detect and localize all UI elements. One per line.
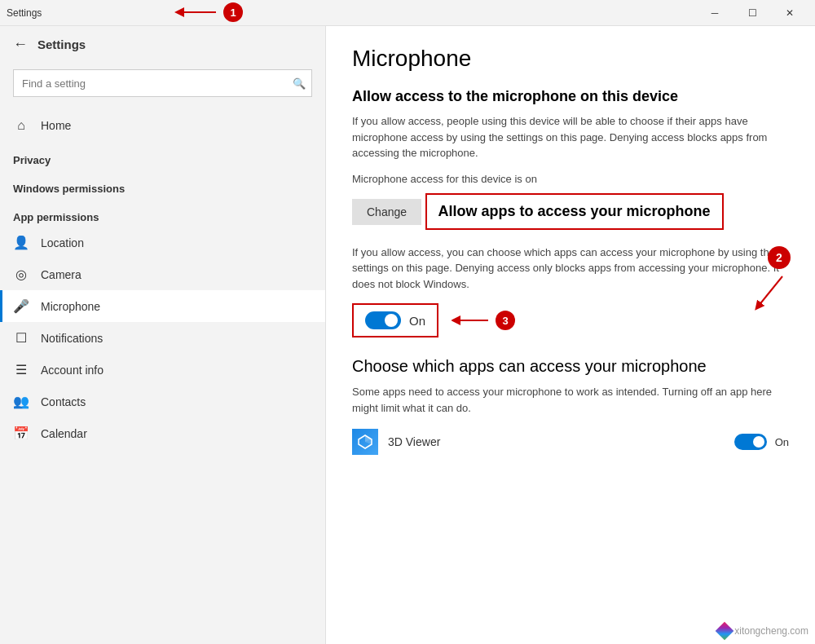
titlebar-title: Settings [7, 7, 42, 19]
minimize-button[interactable]: ─ [696, 0, 734, 26]
allow-apps-box: Allow apps to access your microphone [425, 193, 724, 230]
toggle-label: On [409, 314, 425, 328]
close-button[interactable]: ✕ [771, 0, 808, 26]
watermark-diamond [716, 622, 734, 641]
watermark: xitongcheng.com [718, 624, 808, 637]
sidebar-item-location-label: Location [41, 236, 84, 249]
annotation-3-badge: 3 [496, 311, 515, 330]
home-icon: ⌂ [13, 118, 29, 133]
privacy-section-label: Privacy [0, 148, 325, 170]
allow-apps-heading: Allow apps to access your microphone [438, 203, 711, 219]
app-permissions-section-label: App permissions [0, 205, 325, 227]
app-row-3dviewer: 3D Viewer On [352, 429, 789, 455]
windows-section-label: Windows permissions [0, 176, 325, 198]
sidebar-item-location[interactable]: 👤 Location [0, 227, 325, 258]
arrow-2-svg [750, 272, 791, 313]
app-3dviewer-icon [352, 429, 378, 455]
annotation-2-container: 2 [750, 246, 791, 313]
app-toggle-knob [753, 436, 764, 448]
annotation-2-badge: 2 [768, 246, 791, 269]
arrow-3-svg [452, 308, 492, 333]
annotation-3-container: 3 [452, 308, 515, 333]
sidebar-item-account-info-label: Account info [41, 364, 104, 377]
sidebar-item-account-info[interactable]: ☰ Account info [0, 354, 325, 386]
titlebar-controls: ─ ☐ ✕ [696, 0, 808, 26]
allow-device-heading: Allow access to the microphone on this d… [352, 88, 789, 105]
app-3dviewer-name: 3D Viewer [388, 435, 725, 448]
svg-line-1 [758, 276, 782, 307]
choose-heading: Choose which apps can access your microp… [352, 357, 789, 376]
sidebar-item-contacts-label: Contacts [41, 395, 86, 408]
app-toggle-container: On [734, 434, 789, 450]
choose-desc: Some apps need to access your microphone… [352, 384, 789, 416]
sidebar-item-notifications[interactable]: ☐ Notifications [0, 322, 325, 354]
allow-apps-desc: If you allow access, you can choose whic… [352, 245, 789, 293]
notifications-icon: ☐ [13, 330, 29, 346]
sidebar-item-contacts[interactable]: 👥 Contacts [0, 386, 325, 417]
device-status-text: Microphone access for this device is on [352, 173, 789, 185]
search-box: 🔍 [13, 69, 312, 97]
sidebar-item-microphone-label: Microphone [41, 300, 100, 313]
titlebar: Settings ─ ☐ ✕ [0, 0, 815, 26]
allow-device-desc: If you allow access, people using this d… [352, 113, 789, 161]
change-button[interactable]: Change [352, 199, 421, 225]
microphone-icon: 🎤 [13, 298, 29, 314]
sidebar-item-microphone[interactable]: 🎤 Microphone 1 [0, 290, 325, 322]
contacts-icon: 👥 [13, 394, 29, 409]
sidebar-title: Settings [37, 37, 86, 51]
3dviewer-svg [357, 434, 373, 450]
sidebar-header: ← Settings [0, 26, 325, 63]
toggle-box: On [352, 303, 438, 337]
restore-button[interactable]: ☐ [734, 0, 771, 26]
watermark-text: xitongcheng.com [734, 625, 808, 637]
app-body: ← Settings 🔍 ⌂ Home Privacy Windows perm… [0, 26, 815, 644]
sidebar-item-notifications-label: Notifications [41, 332, 103, 345]
toggle-knob [385, 314, 398, 327]
camera-icon: ◎ [13, 267, 29, 282]
sidebar-item-calendar[interactable]: 📅 Calendar [0, 417, 325, 449]
toggle-container: On 3 [352, 303, 789, 337]
sidebar-item-calendar-label: Calendar [41, 427, 87, 440]
sidebar-item-camera[interactable]: ◎ Camera [0, 258, 325, 290]
sidebar-item-home[interactable]: ⌂ Home [0, 110, 325, 141]
sidebar-item-camera-label: Camera [41, 268, 82, 281]
back-button[interactable]: ← [13, 36, 28, 53]
account-info-icon: ☰ [13, 362, 29, 377]
search-icon: 🔍 [293, 77, 306, 90]
main-panel: Microphone Allow access to the microphon… [326, 26, 815, 644]
sidebar-item-home-label: Home [41, 119, 71, 132]
calendar-icon: 📅 [13, 426, 29, 441]
location-icon: 👤 [13, 235, 29, 250]
sidebar: ← Settings 🔍 ⌂ Home Privacy Windows perm… [0, 26, 326, 644]
page-title: Microphone [352, 46, 789, 72]
app-3dviewer-toggle[interactable] [734, 434, 767, 450]
search-input[interactable] [13, 69, 312, 97]
titlebar-left: Settings [7, 7, 42, 19]
app-toggle-label: On [775, 436, 789, 448]
microphone-toggle[interactable] [365, 311, 401, 329]
